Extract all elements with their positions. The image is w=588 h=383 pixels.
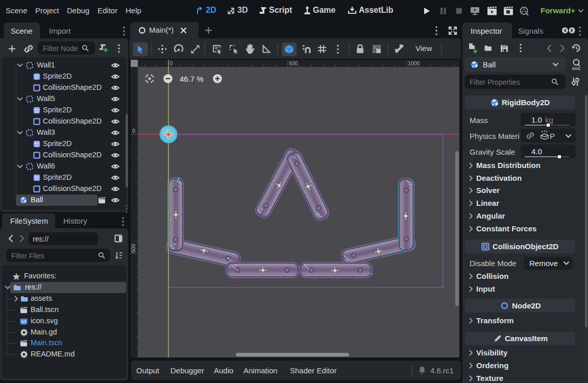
svg-text:0: 0	[170, 60, 173, 66]
svg-text:1000: 1000	[408, 60, 420, 66]
svg-text:500: 500	[130, 244, 136, 253]
svg-text:46.7 %: 46.7 %	[180, 75, 204, 83]
svg-text:500: 500	[289, 60, 298, 66]
svg-text:DOC: DOC	[572, 66, 581, 71]
svg-text:0: 0	[132, 128, 135, 134]
